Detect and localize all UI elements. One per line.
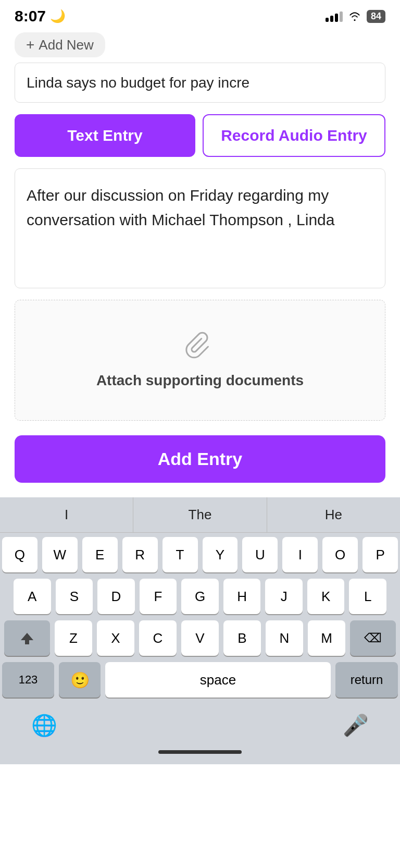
key-h[interactable]: H <box>223 579 261 614</box>
key-row-2: A S D F G H J K L <box>2 579 398 614</box>
key-row-3: Z X C V B N M ⌫ <box>2 620 398 656</box>
plus-icon: + <box>26 36 34 53</box>
key-x[interactable]: X <box>97 620 134 656</box>
status-icons: 84 <box>326 10 385 23</box>
key-y[interactable]: Y <box>203 537 238 572</box>
status-bar: 8:07 🌙 84 <box>0 0 400 30</box>
autocomplete-bar: I The He <box>0 497 400 533</box>
tab-buttons: Text Entry Record Audio Entry <box>15 114 385 157</box>
shift-key[interactable] <box>4 620 50 656</box>
key-q[interactable]: Q <box>2 537 38 572</box>
keyboard: I The He Q W E R T Y U I O P A S D F G H… <box>0 497 400 764</box>
text-entry-area[interactable]: After our discussion on Friday regarding… <box>15 168 385 288</box>
text-entry-content: After our discussion on Friday regarding… <box>27 187 334 228</box>
keyboard-rows: Q W E R T Y U I O P A S D F G H J K L <box>0 533 400 698</box>
key-d[interactable]: D <box>97 579 135 614</box>
key-s[interactable]: S <box>56 579 93 614</box>
paperclip-icon <box>184 332 216 363</box>
key-row-1: Q W E R T Y U I O P <box>2 537 398 572</box>
key-w[interactable]: W <box>42 537 78 572</box>
globe-icon[interactable]: 🌐 <box>31 713 57 738</box>
battery-indicator: 84 <box>367 10 385 23</box>
add-new-label: Add New <box>39 37 94 53</box>
autocomplete-i[interactable]: I <box>0 497 133 532</box>
main-content: Linda says no budget for pay incre Text … <box>0 63 400 483</box>
key-v[interactable]: V <box>181 620 219 656</box>
return-key[interactable]: return <box>335 662 398 698</box>
key-c[interactable]: C <box>139 620 177 656</box>
signal-icon <box>326 10 343 22</box>
add-new-area: + Add New <box>0 30 400 63</box>
key-r[interactable]: R <box>122 537 158 572</box>
entry-title-text: Linda says no budget for pay incre <box>27 75 249 91</box>
key-a[interactable]: A <box>14 579 51 614</box>
status-time: 8:07 <box>15 7 46 25</box>
key-z[interactable]: Z <box>55 620 92 656</box>
key-f[interactable]: F <box>140 579 177 614</box>
key-u[interactable]: U <box>242 537 278 572</box>
key-o[interactable]: O <box>322 537 358 572</box>
text-entry-tab[interactable]: Text Entry <box>15 114 195 157</box>
keyboard-bottom-bar: 🌐 🎤 <box>0 704 400 743</box>
delete-key[interactable]: ⌫ <box>350 620 396 656</box>
key-g[interactable]: G <box>181 579 219 614</box>
key-t[interactable]: T <box>162 537 198 572</box>
key-j[interactable]: J <box>265 579 303 614</box>
numbers-key[interactable]: 123 <box>2 662 54 698</box>
entry-title-bar[interactable]: Linda says no budget for pay incre <box>15 63 385 103</box>
moon-icon: 🌙 <box>50 9 66 23</box>
attach-label: Attach supporting documents <box>96 372 304 389</box>
add-new-button[interactable]: + Add New <box>15 32 105 57</box>
key-e[interactable]: E <box>82 537 118 572</box>
microphone-icon[interactable]: 🎤 <box>343 713 369 738</box>
autocomplete-he[interactable]: He <box>267 497 400 532</box>
key-row-4: 123 🙂 space return <box>2 662 398 698</box>
emoji-key[interactable]: 🙂 <box>59 662 101 698</box>
home-bar <box>158 750 242 754</box>
key-i[interactable]: I <box>282 537 318 572</box>
home-indicator <box>0 743 400 764</box>
add-entry-button[interactable]: Add Entry <box>15 435 385 483</box>
wifi-icon <box>348 10 361 22</box>
autocomplete-the[interactable]: The <box>133 497 267 532</box>
key-m[interactable]: M <box>308 620 345 656</box>
space-key[interactable]: space <box>105 662 331 698</box>
record-audio-entry-tab[interactable]: Record Audio Entry <box>203 114 385 157</box>
key-p[interactable]: P <box>362 537 398 572</box>
key-n[interactable]: N <box>266 620 303 656</box>
attach-documents-area[interactable]: Attach supporting documents <box>15 300 385 421</box>
key-b[interactable]: B <box>223 620 261 656</box>
key-k[interactable]: K <box>307 579 345 614</box>
key-l[interactable]: L <box>349 579 386 614</box>
